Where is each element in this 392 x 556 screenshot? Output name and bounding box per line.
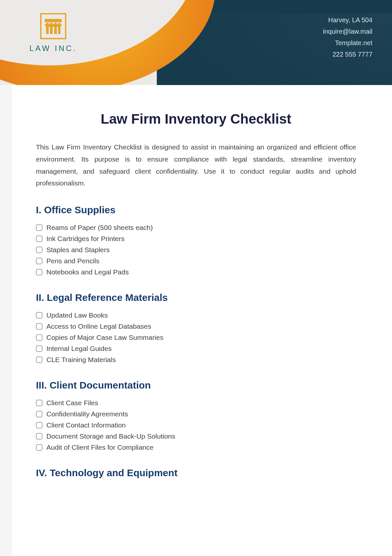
- checkbox-icon[interactable]: [36, 269, 42, 275]
- list-item: Updated Law Books: [36, 310, 356, 321]
- item-label: Document Storage and Back-Up Solutions: [46, 432, 175, 440]
- list-item: Reams of Paper (500 sheets each): [36, 222, 356, 233]
- checkbox-icon[interactable]: [36, 247, 42, 253]
- list-item: Document Storage and Back-Up Solutions: [36, 431, 356, 442]
- contact-phone: 222 555 7777: [323, 49, 372, 60]
- document-page: LAW INC. Harvey, LA 504 inquire@law.mail…: [0, 0, 392, 556]
- checklist-legal-reference: Updated Law Books Access to Online Legal…: [36, 310, 356, 365]
- contact-website: Template.net: [323, 37, 372, 49]
- list-item: Client Contact Information: [36, 420, 356, 431]
- item-label: Pens and Pencils: [46, 257, 99, 265]
- checkbox-icon[interactable]: [36, 224, 42, 231]
- section-heading-technology: IV. Technology and Equipment: [36, 467, 356, 478]
- item-label: Reams of Paper (500 sheets each): [46, 224, 153, 232]
- item-label: Copies of Major Case Law Summaries: [46, 334, 163, 341]
- intro-paragraph: This Law Firm Inventory Checklist is des…: [36, 141, 356, 189]
- list-item: Client Case Files: [36, 397, 356, 408]
- section-heading-legal-reference: II. Legal Reference Materials: [36, 292, 356, 303]
- list-item: Confidentiality Agreements: [36, 408, 356, 420]
- list-item: Audit of Client Files for Compliance: [36, 442, 356, 453]
- checkbox-icon[interactable]: [36, 323, 42, 330]
- checkbox-icon[interactable]: [36, 400, 42, 406]
- checkbox-icon[interactable]: [36, 422, 42, 428]
- item-label: Audit of Client Files for Compliance: [46, 443, 154, 451]
- item-label: Access to Online Legal Databases: [46, 322, 151, 330]
- checkbox-icon[interactable]: [36, 444, 42, 451]
- list-item: Access to Online Legal Databases: [36, 321, 356, 332]
- contact-address: Harvey, LA 504: [323, 14, 372, 26]
- item-label: Notebooks and Legal Pads: [46, 268, 129, 276]
- checklist-office-supplies: Reams of Paper (500 sheets each) Ink Car…: [36, 222, 356, 278]
- contact-email: inquire@law.mail: [323, 26, 372, 37]
- list-item: Pens and Pencils: [36, 255, 356, 267]
- checkbox-icon[interactable]: [36, 312, 42, 319]
- header: LAW INC. Harvey, LA 504 inquire@law.mail…: [0, 0, 392, 85]
- item-label: Staples and Staplers: [46, 246, 110, 254]
- page-title: Law Firm Inventory Checklist: [36, 111, 356, 127]
- logo-icon: [40, 13, 66, 39]
- section-heading-office-supplies: I. Office Supplies: [36, 204, 356, 216]
- logo-text: LAW INC.: [29, 44, 77, 53]
- item-label: Confidentiality Agreements: [46, 410, 128, 418]
- checkbox-icon[interactable]: [36, 411, 42, 417]
- checkbox-icon[interactable]: [36, 345, 42, 352]
- list-item: Copies of Major Case Law Summaries: [36, 332, 356, 343]
- list-item: Notebooks and Legal Pads: [36, 267, 356, 278]
- item-label: Client Contact Information: [46, 421, 126, 429]
- item-label: Updated Law Books: [46, 311, 108, 319]
- checkbox-icon[interactable]: [36, 356, 42, 363]
- list-item: CLE Training Materials: [36, 354, 356, 365]
- list-item: Internal Legal Guides: [36, 343, 356, 354]
- logo: LAW INC.: [29, 13, 77, 53]
- item-label: Ink Cartridges for Printers: [46, 235, 124, 243]
- list-item: Ink Cartridges for Printers: [36, 233, 356, 244]
- page-gutter: [0, 85, 12, 556]
- section-heading-client-docs: III. Client Documentation: [36, 380, 356, 391]
- item-label: CLE Training Materials: [46, 356, 116, 364]
- list-item: Staples and Staplers: [36, 244, 356, 255]
- checkbox-icon[interactable]: [36, 334, 42, 341]
- checkbox-icon[interactable]: [36, 235, 42, 242]
- contact-block: Harvey, LA 504 inquire@law.mail Template…: [323, 14, 372, 60]
- checklist-client-docs: Client Case Files Confidentiality Agreem…: [36, 397, 356, 453]
- checkbox-icon[interactable]: [36, 433, 42, 440]
- checkbox-icon[interactable]: [36, 258, 42, 264]
- item-label: Client Case Files: [46, 399, 98, 407]
- item-label: Internal Legal Guides: [46, 345, 112, 353]
- content: Law Firm Inventory Checklist This Law Fi…: [0, 85, 392, 498]
